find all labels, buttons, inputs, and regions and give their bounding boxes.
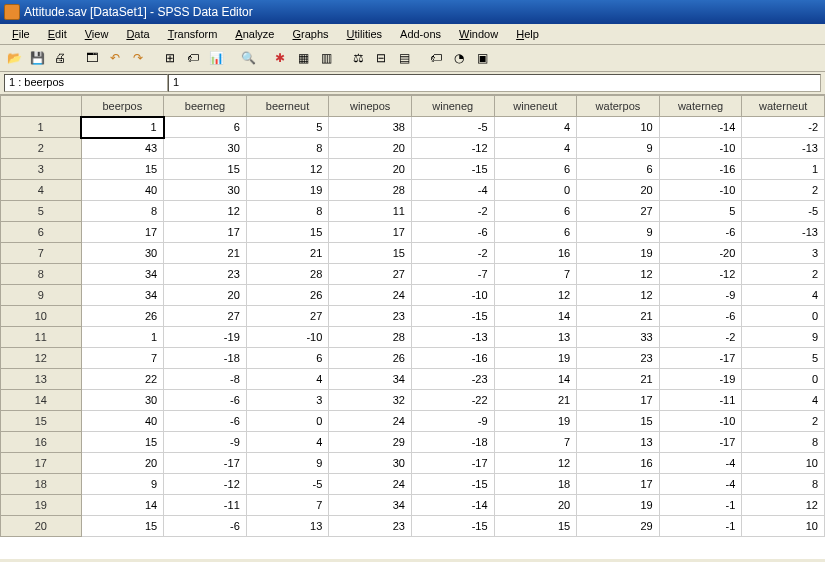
menu-help[interactable]: Help (508, 26, 547, 42)
weight-cases-icon[interactable]: ⚖ (348, 48, 368, 68)
cell[interactable]: 8 (81, 201, 164, 222)
cell[interactable]: -1 (659, 495, 742, 516)
cell[interactable]: 23 (164, 264, 247, 285)
cell[interactable]: 6 (494, 222, 577, 243)
cell[interactable]: 30 (329, 453, 412, 474)
cell[interactable]: 4 (494, 138, 577, 159)
cell[interactable]: 3 (742, 243, 825, 264)
cell[interactable]: 7 (81, 348, 164, 369)
cell[interactable]: 28 (329, 180, 412, 201)
cell[interactable]: 28 (246, 264, 329, 285)
use-sets-icon[interactable]: 🏷 (426, 48, 446, 68)
cell[interactable]: 6 (164, 117, 247, 138)
cell[interactable]: -15 (411, 516, 494, 537)
cell[interactable]: -6 (659, 306, 742, 327)
cell[interactable]: 13 (577, 432, 660, 453)
cell[interactable]: 1 (81, 327, 164, 348)
cell[interactable]: 15 (164, 159, 247, 180)
cell[interactable]: 13 (494, 327, 577, 348)
cell[interactable]: -20 (659, 243, 742, 264)
find-icon[interactable]: 🔍 (238, 48, 258, 68)
cell[interactable]: 8 (742, 474, 825, 495)
cell[interactable]: 4 (246, 432, 329, 453)
cell[interactable]: 0 (742, 306, 825, 327)
cell[interactable]: -4 (659, 474, 742, 495)
goto-case-icon[interactable]: ⊞ (160, 48, 180, 68)
menu-view[interactable]: View (77, 26, 117, 42)
cell[interactable]: -23 (411, 369, 494, 390)
cell[interactable]: -5 (742, 201, 825, 222)
cell[interactable]: -19 (164, 327, 247, 348)
cell[interactable]: 15 (329, 243, 412, 264)
cell[interactable]: -15 (411, 159, 494, 180)
menu-graphs[interactable]: Graphs (284, 26, 336, 42)
cell[interactable]: 26 (81, 306, 164, 327)
cell[interactable]: -18 (164, 348, 247, 369)
cell[interactable]: -18 (411, 432, 494, 453)
cell[interactable]: 38 (329, 117, 412, 138)
cell[interactable]: 6 (494, 159, 577, 180)
column-header-winepos[interactable]: winepos (329, 96, 412, 117)
cell[interactable]: -9 (164, 432, 247, 453)
cell[interactable]: 15 (81, 432, 164, 453)
cell[interactable]: 33 (577, 327, 660, 348)
cell[interactable]: -16 (659, 159, 742, 180)
cell[interactable]: 4 (246, 369, 329, 390)
row-header[interactable]: 15 (1, 411, 82, 432)
cell[interactable]: 12 (494, 453, 577, 474)
cell[interactable]: -10 (246, 327, 329, 348)
cell[interactable]: 21 (246, 243, 329, 264)
cell[interactable]: 18 (494, 474, 577, 495)
cell[interactable]: 14 (494, 369, 577, 390)
cell[interactable]: 5 (246, 117, 329, 138)
cell[interactable]: 20 (329, 138, 412, 159)
cell[interactable]: 10 (577, 117, 660, 138)
cell[interactable]: -12 (411, 138, 494, 159)
cell[interactable]: 0 (246, 411, 329, 432)
cell[interactable]: 12 (742, 495, 825, 516)
redo-icon[interactable]: ↷ (128, 48, 148, 68)
cell[interactable]: 2 (742, 264, 825, 285)
menu-data[interactable]: Data (118, 26, 157, 42)
row-header[interactable]: 4 (1, 180, 82, 201)
cell[interactable]: 19 (577, 495, 660, 516)
cell[interactable]: 12 (164, 201, 247, 222)
cell[interactable]: 7 (246, 495, 329, 516)
cell[interactable]: 4 (742, 285, 825, 306)
cell[interactable]: 14 (494, 306, 577, 327)
cell[interactable]: 29 (329, 432, 412, 453)
cell[interactable]: 20 (577, 180, 660, 201)
cell[interactable]: 9 (81, 474, 164, 495)
cell[interactable]: 4 (742, 390, 825, 411)
cell[interactable]: 32 (329, 390, 412, 411)
cell[interactable]: 27 (246, 306, 329, 327)
cell[interactable]: 9 (246, 453, 329, 474)
cell[interactable]: 16 (577, 453, 660, 474)
cell[interactable]: 17 (329, 222, 412, 243)
cell[interactable]: -4 (659, 453, 742, 474)
cell[interactable]: 20 (494, 495, 577, 516)
column-header-beerneut[interactable]: beerneut (246, 96, 329, 117)
cell[interactable]: -17 (659, 432, 742, 453)
cell[interactable]: 5 (659, 201, 742, 222)
row-header[interactable]: 5 (1, 201, 82, 222)
column-header-waterpos[interactable]: waterpos (577, 96, 660, 117)
cell[interactable]: 2 (742, 180, 825, 201)
cell[interactable]: -17 (411, 453, 494, 474)
dialog-recall-icon[interactable]: 🗔 (82, 48, 102, 68)
cell[interactable]: 8 (246, 138, 329, 159)
cell[interactable]: 10 (742, 453, 825, 474)
cell[interactable]: -11 (164, 495, 247, 516)
cell[interactable]: -2 (411, 201, 494, 222)
cell[interactable]: 19 (246, 180, 329, 201)
save-icon[interactable]: 💾 (27, 48, 47, 68)
row-header[interactable]: 20 (1, 516, 82, 537)
row-header[interactable]: 8 (1, 264, 82, 285)
insert-variable-icon[interactable]: ▦ (293, 48, 313, 68)
cell[interactable]: 20 (81, 453, 164, 474)
cell[interactable]: -15 (411, 306, 494, 327)
cell[interactable]: 6 (494, 201, 577, 222)
column-header-beerneg[interactable]: beerneg (164, 96, 247, 117)
cell[interactable]: 30 (81, 243, 164, 264)
cell[interactable]: -2 (659, 327, 742, 348)
